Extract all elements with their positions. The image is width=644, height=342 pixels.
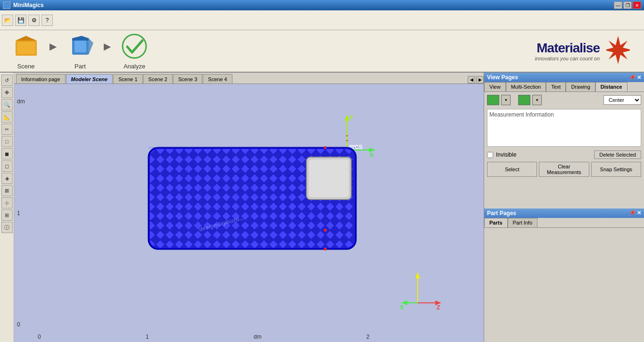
arrow-2: ▶ bbox=[104, 41, 111, 52]
tab-drawing[interactable]: Drawing bbox=[566, 82, 595, 92]
scale-label-dm: dm bbox=[17, 98, 25, 105]
tab-scene-4[interactable]: Scene 4 bbox=[203, 74, 232, 83]
tab-scroll-right[interactable]: ▶ bbox=[476, 76, 484, 83]
part-pages-close[interactable]: ✕ bbox=[637, 210, 641, 216]
select-button[interactable]: Select bbox=[487, 162, 537, 177]
scale-label-0: 0 bbox=[17, 321, 25, 328]
view-pages-title: View Pages bbox=[487, 74, 518, 81]
tab-modeler-scene[interactable]: Modeler Scene bbox=[66, 74, 113, 83]
arrow-1: ▶ bbox=[50, 41, 57, 52]
workflow-bar: Scene ▶ Part ▶ Analyze Mate bbox=[0, 30, 644, 73]
svg-text:X: X bbox=[400, 304, 404, 311]
svg-marker-8 bbox=[606, 36, 630, 64]
part-pages-controls[interactable]: 📌 ✕ bbox=[629, 210, 641, 216]
scale-bottom-1: 1 bbox=[146, 334, 149, 340]
tab-multi-section[interactable]: Multi-Section bbox=[506, 82, 546, 92]
center-select[interactable]: Center Vertex Edge Face bbox=[603, 95, 641, 105]
color-dropdown-1[interactable]: ▾ bbox=[501, 95, 511, 105]
settings-button[interactable]: ⚙ bbox=[28, 15, 40, 26]
wireframe-tool[interactable]: ◻ bbox=[1, 160, 13, 172]
color-picker-1[interactable] bbox=[487, 95, 499, 105]
color-picker-2[interactable] bbox=[518, 95, 530, 105]
workflow-part[interactable]: Part bbox=[64, 33, 97, 70]
view-pages-controls[interactable]: 📌 ✕ bbox=[629, 75, 641, 81]
scale-label-1: 1 bbox=[17, 210, 25, 217]
tab-scene-1[interactable]: Scene 1 bbox=[113, 74, 142, 83]
zoom-tool[interactable]: 🔍 bbox=[1, 99, 13, 110]
invisible-checkbox[interactable] bbox=[487, 152, 493, 158]
part-pages-content bbox=[484, 228, 644, 342]
tab-distance[interactable]: Distance bbox=[595, 82, 627, 92]
workflow-analyze[interactable]: Analyze bbox=[118, 33, 151, 70]
delete-selected-button[interactable]: Delete Selected bbox=[594, 150, 641, 159]
view-pages-pin[interactable]: 📌 bbox=[629, 75, 636, 81]
help-button[interactable]: ? bbox=[41, 15, 53, 26]
clear-measurements-button[interactable]: Clear Measurements bbox=[539, 162, 589, 177]
scene-icon bbox=[12, 33, 40, 61]
rotate-tool[interactable]: ↺ bbox=[1, 75, 13, 86]
measurement-info-box: Measurement Information bbox=[487, 109, 641, 147]
svg-text:Y: Y bbox=[349, 114, 353, 121]
logo-area: Materialise innovators you can count on bbox=[535, 33, 635, 68]
window-controls[interactable]: — ❐ ✕ bbox=[614, 1, 641, 9]
close-button[interactable]: ✕ bbox=[633, 1, 641, 9]
color-dropdown-2[interactable]: ▾ bbox=[532, 95, 542, 105]
snap-settings-button[interactable]: Snap Settings bbox=[591, 162, 641, 177]
section-tool[interactable]: ⊠ bbox=[1, 185, 13, 196]
part-pages-header: Part Pages 📌 ✕ bbox=[484, 209, 644, 218]
main-area: ↺ ✥ 🔍 📐 ✂ □ ◼ ◻ ◈ ⊠ ⊹ ⊞ ⓘ Information pa… bbox=[0, 73, 644, 342]
part-icon bbox=[66, 33, 94, 61]
info-tool[interactable]: ⓘ bbox=[1, 222, 13, 233]
app-icon bbox=[3, 1, 10, 9]
coord-tool[interactable]: ⊹ bbox=[1, 197, 13, 209]
3d-phone-model: design-laybuzd... bbox=[146, 145, 358, 249]
measurement-info-label: Measurement Information bbox=[489, 111, 554, 118]
right-panel: View Pages 📌 ✕ View Multi-Section Text D… bbox=[484, 73, 644, 342]
cut-tool[interactable]: ✂ bbox=[1, 124, 13, 135]
wcs-axes-bottom: X Z bbox=[399, 270, 446, 314]
tab-scroll-left[interactable]: ◀ bbox=[468, 76, 475, 83]
svg-text:X: X bbox=[370, 152, 373, 158]
invisible-label: Invisible bbox=[496, 151, 516, 158]
svg-point-7 bbox=[123, 34, 146, 58]
grid-tool[interactable]: ⊞ bbox=[1, 209, 13, 221]
part-pages-pin[interactable]: 📌 bbox=[629, 210, 636, 216]
view-box-tool[interactable]: □ bbox=[1, 136, 13, 147]
logo-graphic bbox=[606, 33, 630, 68]
scale-bottom: 0 1 dm 2 bbox=[38, 334, 474, 340]
analyze-icon bbox=[120, 33, 149, 61]
minimize-button[interactable]: — bbox=[614, 1, 622, 9]
open-button[interactable]: 📂 bbox=[2, 15, 13, 26]
svg-marker-19 bbox=[415, 272, 420, 278]
view-pages-close[interactable]: ✕ bbox=[637, 75, 641, 81]
logo-main-text: Materialise bbox=[535, 40, 600, 56]
viewport[interactable]: dm 1 0 Y X WCS bbox=[14, 84, 484, 342]
tab-part-info[interactable]: Part Info bbox=[508, 218, 538, 227]
measure-tool[interactable]: 📐 bbox=[1, 111, 13, 123]
svg-marker-6 bbox=[89, 38, 93, 55]
tab-bar: Information page Modeler Scene Scene 1 S… bbox=[14, 73, 484, 84]
tab-parts[interactable]: Parts bbox=[484, 218, 508, 227]
title-bar: MiniMagics — ❐ ✕ bbox=[0, 0, 644, 10]
svg-marker-10 bbox=[345, 115, 349, 121]
svg-marker-2 bbox=[16, 36, 37, 41]
svg-point-33 bbox=[324, 248, 327, 250]
svg-point-34 bbox=[324, 229, 327, 232]
tab-view[interactable]: View bbox=[484, 82, 506, 92]
tab-information-page[interactable]: Information page bbox=[16, 74, 66, 83]
shading-tool[interactable]: ◼ bbox=[1, 148, 13, 159]
part-label: Part bbox=[74, 63, 86, 70]
svg-marker-5 bbox=[72, 36, 89, 41]
svg-rect-1 bbox=[17, 42, 35, 54]
tab-text[interactable]: Text bbox=[546, 82, 566, 92]
title-bar-left: MiniMagics bbox=[3, 1, 44, 9]
tab-scene-2[interactable]: Scene 2 bbox=[143, 74, 173, 83]
pan-tool[interactable]: ✥ bbox=[1, 87, 13, 98]
tab-scene-3[interactable]: Scene 3 bbox=[173, 74, 202, 83]
part-pages-tabs: Parts Part Info bbox=[484, 218, 644, 228]
restore-button[interactable]: ❐ bbox=[623, 1, 632, 9]
save-button[interactable]: 💾 bbox=[15, 15, 26, 26]
transparent-tool[interactable]: ◈ bbox=[1, 173, 13, 184]
left-toolbar: ↺ ✥ 🔍 📐 ✂ □ ◼ ◻ ◈ ⊠ ⊹ ⊞ ⓘ bbox=[0, 73, 14, 342]
workflow-scene[interactable]: Scene bbox=[9, 33, 42, 70]
